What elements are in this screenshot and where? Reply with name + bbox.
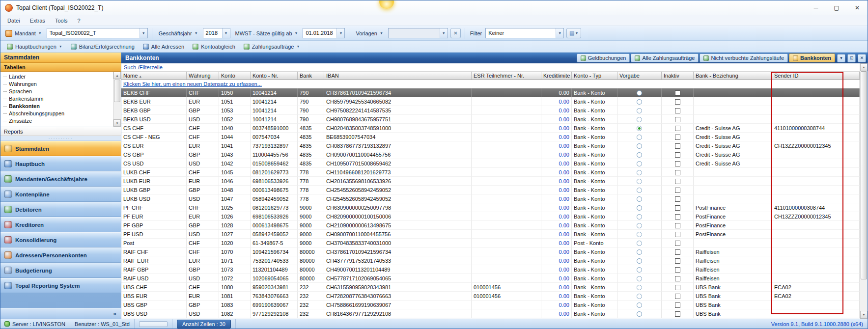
column-header-konto-nr[interactable]: Konto - Nr. xyxy=(251,72,298,80)
inactive-checkbox[interactable] xyxy=(675,135,680,140)
reports-section[interactable]: Reports xyxy=(0,127,121,136)
column-header-kreditlimite[interactable]: Kreditlimite xyxy=(541,72,572,80)
splitter-grip[interactable]: ·········· xyxy=(0,136,121,141)
tree-item-bankkonten[interactable]: Bankkonten xyxy=(0,103,113,110)
bank-account-row[interactable]: PF CHFCHF10250812016297739000CH630900000… xyxy=(121,203,860,212)
tab-bankkonten[interactable]: Bankkonten xyxy=(789,54,835,62)
nav-stammdaten[interactable]: Stammdaten xyxy=(0,141,121,156)
minimize-button[interactable]: ─ xyxy=(806,0,826,15)
inactive-checkbox[interactable] xyxy=(675,241,680,246)
bank-account-row[interactable]: BEKB EUREUR105110041214790CH859799425534… xyxy=(121,97,860,106)
inactive-checkbox[interactable] xyxy=(675,214,680,219)
quickbar-bilanz-erfolgsrechnung[interactable]: Bilanz/Erfolgsrechnung xyxy=(67,43,138,51)
bank-account-row[interactable]: LUKB CHFCHF1045081201629773778CH11049660… xyxy=(121,168,860,177)
default-radio[interactable] xyxy=(637,285,642,290)
chevron-down-icon[interactable]: ▼ xyxy=(440,28,448,38)
default-radio[interactable] xyxy=(637,188,642,193)
close-button[interactable]: ✕ xyxy=(847,0,868,15)
tree-item-bankenstamm[interactable]: Bankenstamm xyxy=(0,95,113,103)
scroll-down-icon[interactable]: ▼ xyxy=(860,311,868,319)
tab-alle-zahlungsauftraege[interactable]: Alle Zahlungsaufträge xyxy=(631,54,699,62)
default-radio[interactable] xyxy=(637,99,642,105)
default-radio[interactable] xyxy=(637,276,642,281)
bank-account-row[interactable]: LUKB USDUSD1047058942459052778CH25455260… xyxy=(121,194,860,203)
column-header-waehrung[interactable]: Währung xyxy=(187,72,219,80)
inactive-checkbox[interactable] xyxy=(675,267,680,273)
tab-nicht-verbuchte-zahlungslaeufe[interactable]: Nicht verbuchte Zahlungsläufe xyxy=(700,54,788,62)
column-header-inaktiv[interactable]: Inaktiv xyxy=(662,72,694,80)
default-radio[interactable] xyxy=(637,232,642,237)
filter-options-button[interactable]: ▤ ▼ xyxy=(566,28,581,38)
nav-budgetierung[interactable]: Budgetierung xyxy=(0,263,121,278)
tables-section-header[interactable]: Tabellen xyxy=(0,63,121,72)
default-radio[interactable] xyxy=(637,311,642,317)
scroll-track[interactable] xyxy=(113,103,121,119)
inactive-checkbox[interactable] xyxy=(675,179,680,184)
inactive-checkbox[interactable] xyxy=(675,188,680,193)
geschaeftsjahr-combobox[interactable]: 2018 ▼ xyxy=(203,28,230,38)
default-radio[interactable] xyxy=(637,108,642,113)
inactive-checkbox[interactable] xyxy=(675,302,680,308)
mwst-dropdown-button[interactable]: MWST - Sätze gültig ab ▼ xyxy=(233,29,301,38)
default-radio[interactable] xyxy=(637,249,642,255)
panel-menu-button[interactable]: ▾ xyxy=(837,54,845,62)
tree-item-zinssaetze[interactable]: Zinssätze xyxy=(0,117,113,125)
bank-account-row[interactable]: UBS USDUSD1082977129292108232CH816436797… xyxy=(121,309,860,318)
new-record-link[interactable]: Klicken Sie hier, um einen neuen Datensa… xyxy=(121,80,860,88)
menu-item-tools[interactable]: Tools xyxy=(50,16,73,25)
bank-account-row[interactable]: RAIF CHFCHF107010942159673480000CH378617… xyxy=(121,247,860,256)
bank-account-row[interactable]: RAIF USDUSD107210206905406580000CH577871… xyxy=(121,274,860,283)
nav-topal-reporting-system[interactable]: Topal Reporting System xyxy=(0,278,121,293)
quickbar-kontoabgleich[interactable]: Kontoabgleich xyxy=(189,43,239,51)
bank-account-row[interactable]: BEKB USDUSD105210041214790CH980768984367… xyxy=(121,115,860,124)
mandant-combobox[interactable]: Topal_ISO20022_T ▼ xyxy=(47,28,148,38)
scroll-up-icon[interactable]: ▲ xyxy=(113,72,121,79)
column-header-konto-typ[interactable]: Konto - Typ xyxy=(572,72,617,80)
vorlagen-combobox[interactable]: ▼ xyxy=(388,28,448,38)
default-radio[interactable] xyxy=(637,90,642,96)
default-radio[interactable] xyxy=(637,179,642,184)
default-radio[interactable] xyxy=(637,126,642,131)
column-header-bank[interactable]: Bank xyxy=(298,72,324,80)
default-radio[interactable] xyxy=(637,152,642,158)
default-radio[interactable] xyxy=(637,294,642,299)
nav-kontenplaene[interactable]: Kontenpläne xyxy=(0,187,121,202)
bank-account-row[interactable]: UBS GBPGBP1083699190639067232CH758866169… xyxy=(121,301,860,309)
scroll-up-icon[interactable]: ▲ xyxy=(860,63,868,71)
tree-scrollbar[interactable]: ▲ ▼ xyxy=(113,72,121,127)
default-radio[interactable] xyxy=(637,196,642,202)
default-radio[interactable] xyxy=(637,205,642,211)
menu-item-help[interactable]: ? xyxy=(73,16,85,25)
inactive-checkbox[interactable] xyxy=(675,170,680,175)
tree-item-sprachen[interactable]: Sprachen xyxy=(0,88,113,95)
bank-account-row[interactable]: PostCHF102061-349867-59000CH370483583374… xyxy=(121,239,860,247)
chevron-down-icon[interactable]: ▼ xyxy=(222,28,230,38)
nav-adressen-personenkonten[interactable]: Adressen/Personenkonten xyxy=(0,247,121,263)
bank-account-row[interactable]: CS USDUSD10420150086594624835CH109507701… xyxy=(121,159,860,168)
bank-account-row[interactable]: CS GBPGBP10431100044557564835CH090070011… xyxy=(121,150,860,159)
quickbar-hauptbuchungen[interactable]: Hauptbuchungen▼ xyxy=(3,43,66,51)
tree-item-laender[interactable]: Länder xyxy=(0,73,113,81)
column-header-iban[interactable]: IBAN xyxy=(324,72,472,80)
new-record-row[interactable]: Klicken Sie hier, um einen neuen Datensa… xyxy=(121,80,860,88)
inactive-checkbox[interactable] xyxy=(675,294,680,299)
tree-item-waehrungen[interactable]: Währungen xyxy=(0,81,113,88)
search-filter-row[interactable]: Such-/Filterzeile xyxy=(121,63,860,72)
inactive-checkbox[interactable] xyxy=(675,205,680,211)
nav-mandanten-geschaeftsjahre[interactable]: Mandanten/Geschäftsjahre xyxy=(0,171,121,187)
mwst-date-combobox[interactable]: 01.01.2018 ▼ xyxy=(303,28,345,38)
bank-account-row[interactable]: LUKB EUREUR1046698106533926778CH20163556… xyxy=(121,177,860,186)
inactive-checkbox[interactable] xyxy=(675,99,680,105)
quickbar-zahlungsauftraege[interactable]: Zahlungsaufträge▼ xyxy=(240,43,304,51)
panel-pin-button[interactable]: ⊡ xyxy=(847,54,856,62)
inactive-checkbox[interactable] xyxy=(675,143,680,149)
default-radio[interactable] xyxy=(637,170,642,175)
filter-combobox[interactable]: Keiner ▼ xyxy=(485,28,564,38)
default-radio[interactable] xyxy=(637,258,642,264)
inactive-checkbox[interactable] xyxy=(675,90,680,96)
column-header-vorgabe[interactable]: Vorgabe xyxy=(617,72,662,80)
default-radio[interactable] xyxy=(637,214,642,219)
default-radio[interactable] xyxy=(637,143,642,149)
inactive-checkbox[interactable] xyxy=(675,276,680,281)
column-header-bank-beziehung[interactable]: Bank - Beziehung xyxy=(694,72,772,80)
